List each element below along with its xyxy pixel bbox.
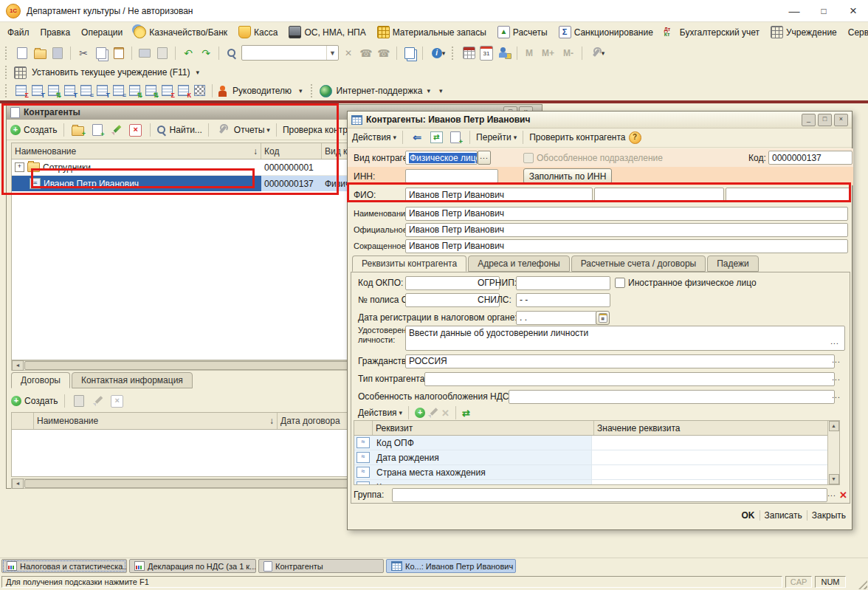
add-attribute-button[interactable]: + <box>415 408 425 418</box>
chevron-down-icon[interactable]: ▾ <box>439 87 443 95</box>
middle-name-field[interactable] <box>726 188 851 202</box>
toolbar-grip[interactable] <box>311 84 315 97</box>
copy-item-button[interactable]: + <box>89 122 106 138</box>
code-field[interactable]: 0000000137 <box>768 151 852 165</box>
menu-file[interactable]: Файл <box>7 27 30 38</box>
close-button[interactable]: × <box>838 1 868 21</box>
minimize-button[interactable]: — <box>779 1 809 21</box>
column-name[interactable]: Наименование↓ <box>12 143 261 159</box>
report-icon-arrows-t[interactable]: ⇅ <box>128 83 142 98</box>
regdate-field[interactable]: . . <box>516 311 597 325</box>
calendar-picker-button[interactable]: ▦ <box>596 311 610 325</box>
group-clear-button[interactable]: ✕ <box>839 490 847 501</box>
save-button[interactable]: Записать <box>765 510 802 521</box>
tab-accounts[interactable]: Расчетные счета / договоры <box>571 255 706 272</box>
last-name-field[interactable]: Иванов Петр Иванович <box>405 188 593 202</box>
kind-picker-button[interactable]: ... <box>478 151 491 165</box>
chevron-down-icon[interactable]: ▼ <box>326 46 338 60</box>
report-icon-table-t[interactable]: Т <box>30 83 45 98</box>
chevron-down-icon[interactable]: ▾ <box>196 69 199 76</box>
kind-field[interactable]: Физическое лицо <box>405 151 478 165</box>
cut-button[interactable]: ✂ <box>75 45 92 61</box>
taskbar-tab-counterparties[interactable]: Контрагенты <box>258 559 384 573</box>
nav-forward-button[interactable]: ☎ <box>376 45 392 61</box>
report-icon-doc-list[interactable]: ≡ <box>111 83 126 98</box>
report-icon-checkered[interactable] <box>193 83 207 98</box>
menu-fixed-assets[interactable]: ОС, НМА, НПА <box>289 26 365 38</box>
scroll-down-icon[interactable]: ▼ <box>829 474 839 484</box>
close-button[interactable]: × <box>834 114 848 126</box>
menu-institution[interactable]: Учреждение <box>771 26 837 38</box>
menu-edit[interactable]: Правка <box>41 27 71 38</box>
taskbar-tab-counterparty-card[interactable]: Ко...: Иванов Петр Иванович <box>386 559 516 573</box>
inn-field[interactable] <box>405 169 498 183</box>
toolbar-grip[interactable] <box>5 84 10 97</box>
attribute-row[interactable]: ≈ Страна места нахождения <box>354 465 839 480</box>
chevron-down-icon[interactable]: ▾ <box>427 87 430 95</box>
scroll-up-icon[interactable]: ▲ <box>829 421 839 431</box>
new-document-button[interactable] <box>14 45 30 61</box>
create-group-button[interactable]: + <box>70 122 86 138</box>
memory-add-button[interactable]: M+ <box>538 48 558 58</box>
expand-icon[interactable]: + <box>15 162 24 172</box>
dialog-titlebar[interactable]: Контрагенты: Иванов Петр Иванович _ □ × <box>348 112 852 128</box>
calendar-button[interactable]: 31 <box>478 45 495 61</box>
tab-contracts[interactable]: Договоры <box>11 372 70 388</box>
type-field[interactable] <box>424 372 835 386</box>
clear-search-button[interactable]: ✕ <box>340 45 356 61</box>
vat-field[interactable] <box>509 390 835 404</box>
menu-inventory[interactable]: Материальные запасы <box>377 26 486 38</box>
find-button[interactable]: Найти... <box>156 125 202 135</box>
redo-button[interactable]: ↷ <box>198 45 214 61</box>
memory-subtract-button[interactable]: M- <box>559 48 577 58</box>
column-code[interactable]: Код <box>261 143 322 159</box>
close-button[interactable]: Закрыть <box>812 510 846 521</box>
copy-object-button[interactable]: + <box>447 129 464 145</box>
menu-cash[interactable]: Касса <box>238 26 278 38</box>
toolbar-grip[interactable] <box>5 66 10 79</box>
first-name-field[interactable] <box>594 188 724 202</box>
open-button[interactable] <box>32 45 48 61</box>
short-name-field[interactable]: Иванов Петр Иванович <box>405 239 848 253</box>
set-current-institution-button[interactable]: Установить текущее учреждение (F11) <box>32 67 190 78</box>
maximize-button[interactable]: □ <box>809 1 838 21</box>
minimize-button[interactable]: _ <box>802 114 816 126</box>
reports-button[interactable]: Отчеты▾ <box>234 125 270 135</box>
citizenship-field[interactable]: РОССИЯ <box>405 354 835 368</box>
group-field[interactable] <box>392 488 827 502</box>
name-field[interactable]: Иванов Петр Иванович <box>405 207 848 221</box>
menu-settlements[interactable]: ▲Расчеты <box>497 26 548 38</box>
report-icon-dk-sigma[interactable]: Σ <box>160 83 175 98</box>
paste-button[interactable] <box>111 45 127 61</box>
official-name-field[interactable]: Иванов Петр Иванович <box>405 223 848 237</box>
attribute-row[interactable]: ≈ Дата рождения <box>354 450 839 465</box>
delete-contract-button[interactable]: × <box>109 393 125 409</box>
settings-button[interactable] <box>215 122 231 138</box>
goto-button[interactable]: Перейти▾ <box>476 132 517 143</box>
scroll-left-icon[interactable]: ◄ <box>12 360 24 371</box>
fill-by-inn-button[interactable]: Заполнить по ИНН <box>523 168 612 184</box>
refresh-attributes-button[interactable]: ⇄ <box>462 408 470 418</box>
vertical-scrollbar[interactable]: ▲ ▼ <box>827 421 839 484</box>
search-button[interactable] <box>224 45 240 61</box>
column-value[interactable]: Значение реквизита <box>594 421 839 435</box>
ogrnip-field[interactable] <box>516 276 610 290</box>
attribute-row[interactable]: ≈ Код ОПФ <box>354 436 839 450</box>
save-button[interactable] <box>49 45 66 61</box>
reread-button[interactable]: ⇄ <box>428 129 444 145</box>
info-button[interactable]: i▾ <box>427 45 450 61</box>
separate-division-checkbox[interactable] <box>523 153 534 163</box>
toolbar-grip[interactable] <box>452 47 456 60</box>
type-picker-button[interactable]: ... <box>830 373 842 385</box>
calculator-button[interactable] <box>461 45 477 61</box>
undo-button[interactable]: ↶ <box>180 45 196 61</box>
menu-service[interactable]: Сервис <box>848 27 868 38</box>
manager-menu-button[interactable]: Руководителю <box>232 86 292 96</box>
edit-contract-button[interactable] <box>90 393 106 409</box>
copy-contract-button[interactable] <box>71 393 87 409</box>
copy-button[interactable] <box>93 45 109 61</box>
help-icon[interactable]: ? <box>629 131 641 144</box>
check-counterparty-button[interactable]: Проверить контрагента <box>529 132 625 143</box>
report-icon-sigma[interactable]: Σ <box>14 83 29 98</box>
memory-recall-button[interactable]: M <box>522 48 537 58</box>
